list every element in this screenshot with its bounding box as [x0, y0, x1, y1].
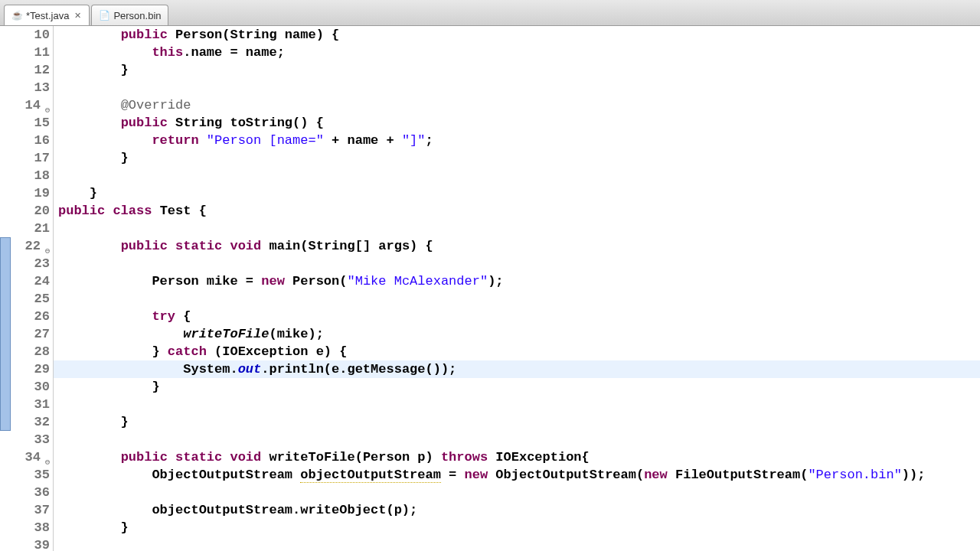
- line-number: 36: [0, 484, 50, 501]
- close-icon[interactable]: ✕: [72, 10, 83, 21]
- code-line[interactable]: public class Test {: [58, 202, 980, 220]
- code-line[interactable]: }: [58, 519, 980, 536]
- line-number: 25: [0, 290, 50, 308]
- code-editor[interactable]: 1011121314⊖1516171819202122⊖232425262728…: [0, 26, 980, 551]
- editor-tabs: ☕ *Test.java ✕ 📄 Person.bin: [0, 0, 980, 26]
- line-number: 15: [0, 114, 50, 132]
- code-line[interactable]: [58, 431, 980, 448]
- code-line[interactable]: [58, 396, 980, 413]
- line-number: 35: [0, 466, 50, 484]
- code-line[interactable]: objectOutputStream.writeObject(p);: [58, 501, 980, 519]
- line-number: 19: [0, 184, 50, 202]
- code-line[interactable]: [58, 484, 980, 501]
- line-number: 29: [0, 360, 50, 378]
- code-line[interactable]: [58, 220, 980, 237]
- code-line[interactable]: System.out.println(e.getMessage());: [58, 360, 980, 378]
- line-number: 17: [0, 149, 50, 167]
- code-line[interactable]: }: [58, 413, 980, 431]
- line-number: 16: [0, 132, 50, 149]
- code-line[interactable]: [58, 79, 980, 96]
- tab-label: Person.bin: [113, 10, 161, 21]
- code-area[interactable]: public Person(String name) { this.name =…: [54, 26, 980, 551]
- code-line[interactable]: public Person(String name) {: [58, 26, 980, 44]
- line-number: 18: [0, 167, 50, 184]
- line-number-gutter: 1011121314⊖1516171819202122⊖232425262728…: [0, 26, 54, 551]
- line-number: 22⊖: [0, 237, 50, 255]
- line-number: 31: [0, 396, 50, 413]
- code-line[interactable]: [58, 290, 980, 308]
- line-number: 14⊖: [0, 96, 50, 114]
- fold-icon[interactable]: ⊖: [42, 243, 50, 250]
- line-number: 28: [0, 343, 50, 360]
- line-number: 34⊖: [0, 448, 50, 466]
- line-number: 12: [0, 61, 50, 79]
- line-number: 20: [0, 202, 50, 220]
- code-line[interactable]: } catch (IOException e) {: [58, 343, 980, 360]
- binary-file-icon: 📄: [98, 9, 110, 21]
- line-number: 13: [0, 79, 50, 96]
- code-line[interactable]: public static void main(String[] args) {: [58, 237, 980, 255]
- tab-test-java[interactable]: ☕ *Test.java ✕: [4, 5, 90, 25]
- fold-icon[interactable]: ⊖: [42, 102, 50, 109]
- line-number: 21: [0, 220, 50, 237]
- code-line[interactable]: [58, 536, 980, 551]
- fold-icon[interactable]: ⊖: [42, 454, 50, 461]
- line-number: 32: [0, 413, 50, 431]
- code-line[interactable]: try {: [58, 308, 980, 325]
- tab-person-bin[interactable]: 📄 Person.bin: [91, 5, 168, 25]
- line-number: 30: [0, 378, 50, 396]
- code-line[interactable]: @Override: [58, 96, 980, 114]
- code-line[interactable]: this.name = name;: [58, 44, 980, 61]
- code-line[interactable]: }: [58, 149, 980, 167]
- line-number: 37: [0, 501, 50, 519]
- code-line[interactable]: public String toString() {: [58, 114, 980, 132]
- code-line[interactable]: writeToFile(mike);: [58, 325, 980, 343]
- line-number: 23: [0, 255, 50, 272]
- java-file-icon: ☕: [11, 9, 23, 21]
- code-line[interactable]: }: [58, 184, 980, 202]
- line-number: 26: [0, 308, 50, 325]
- code-line[interactable]: return "Person [name=" + name + "]";: [58, 132, 980, 149]
- line-number: 27: [0, 325, 50, 343]
- code-line[interactable]: }: [58, 378, 980, 396]
- line-number: 24: [0, 272, 50, 290]
- tab-label: *Test.java: [26, 10, 69, 21]
- code-line[interactable]: public static void writeToFile(Person p)…: [58, 448, 980, 466]
- code-line[interactable]: [58, 255, 980, 272]
- code-line[interactable]: [58, 167, 980, 184]
- line-number: 33: [0, 431, 50, 448]
- line-number: 38: [0, 519, 50, 536]
- line-number: 39: [0, 536, 50, 551]
- code-line[interactable]: Person mike = new Person("Mike McAlexand…: [58, 272, 980, 290]
- code-line[interactable]: }: [58, 61, 980, 79]
- code-line[interactable]: ObjectOutputStream objectOutputStream = …: [58, 466, 980, 484]
- line-number: 11: [0, 44, 50, 61]
- line-number: 10: [0, 26, 50, 44]
